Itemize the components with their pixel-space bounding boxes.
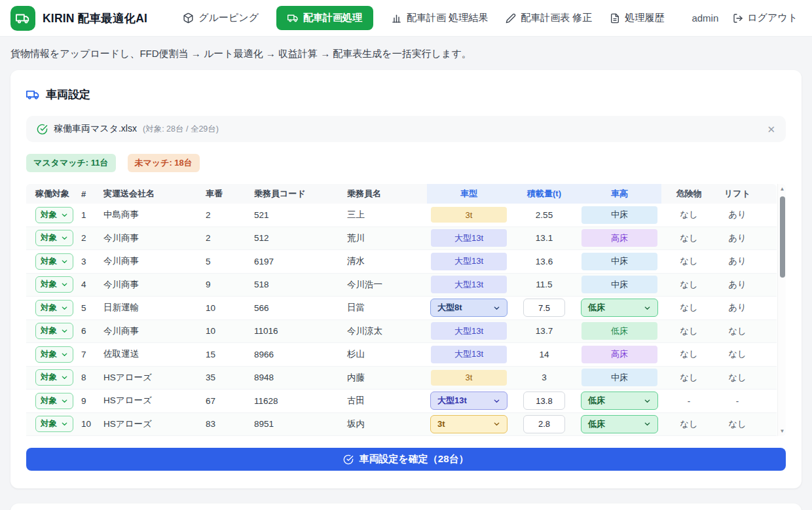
- check-circle-icon: [37, 124, 48, 135]
- main-nav: グルーピング 配車計画処理 配車計画 処理結果 配車計画表 修正 処理履歴: [183, 6, 664, 30]
- row-number: 2: [81, 233, 103, 243]
- nav-edit-label: 配車計画表 修正: [521, 12, 592, 24]
- hazard-flag: なし: [661, 232, 716, 244]
- vehicle-type-select[interactable]: 大型8t: [430, 299, 507, 317]
- vehicle-type-cell: 大型13t: [427, 346, 511, 363]
- vehicle-type-cell: 大型13t: [427, 392, 511, 410]
- capacity-input[interactable]: [523, 392, 565, 410]
- carrier-name: 日新運輸: [103, 302, 206, 314]
- vehicle-height-select[interactable]: 低床: [581, 392, 658, 410]
- bar-chart-icon: [391, 12, 402, 24]
- vehicle-type-select[interactable]: 3t: [430, 415, 507, 433]
- unmatched-badge: 未マッチ: 18台: [128, 154, 200, 172]
- truck-number: 5: [206, 257, 254, 266]
- package-icon: [183, 12, 194, 24]
- driver-code: 8948: [254, 373, 347, 382]
- carrier-name: 今川商事: [103, 232, 206, 244]
- driver-name: 日當: [347, 302, 427, 314]
- capacity-input[interactable]: [523, 415, 565, 433]
- capacity-cell: [511, 299, 578, 317]
- document-icon: [610, 13, 620, 24]
- hazard-flag: なし: [661, 279, 716, 291]
- logout-button[interactable]: ログアウト: [733, 12, 798, 24]
- vehicle-type-badge: 3t: [431, 370, 507, 386]
- column-header: 実運送会社名: [103, 184, 206, 204]
- nav-history[interactable]: 処理履歴: [610, 12, 664, 24]
- vehicle-table-header: 稼働対象#実運送会社名車番乗務員コード乗務員名車型積載量(t)車高危険物リフト: [26, 184, 777, 204]
- vehicle-height-select[interactable]: 低床: [581, 299, 658, 317]
- vehicle-height-badge: 中床: [581, 276, 657, 293]
- capacity-value: 13.1: [511, 233, 578, 243]
- column-header: 車型: [427, 184, 511, 204]
- card-title: 車両設定: [26, 87, 786, 102]
- vehicle-type-select[interactable]: 大型13t: [430, 392, 507, 410]
- truck-number: 10: [206, 326, 254, 336]
- row-number: 8: [81, 373, 103, 382]
- driver-name: 清水: [347, 255, 427, 267]
- active-target-select[interactable]: 対象: [35, 253, 73, 270]
- driver-code: 512: [254, 233, 347, 243]
- table-row: 対象4今川商事9518今川浩一大型13t11.5中床なしあり: [26, 274, 777, 297]
- nav-dispatch-plan-processing[interactable]: 配車計画処理: [276, 6, 373, 30]
- confirm-vehicle-settings-button[interactable]: 車両設定を確定（28台）: [26, 448, 786, 471]
- nav-grouping-label: グルーピング: [198, 12, 259, 24]
- nav-processing-results[interactable]: 配車計画 処理結果: [391, 12, 488, 24]
- active-target-cell: 対象: [26, 323, 81, 339]
- truck-icon: [26, 88, 40, 101]
- scrollbar-thumb[interactable]: [780, 196, 785, 278]
- vehicle-type-badge: 3t: [431, 207, 507, 223]
- column-header: 乗務員名: [347, 184, 427, 204]
- chevron-down-icon: [61, 304, 68, 312]
- uploaded-file-bar: 稼働車両マスタ.xlsx (対象: 28台 / 全29台) ✕: [26, 116, 786, 142]
- chevron-down-icon: [493, 420, 500, 428]
- app-logo-truck-icon: [10, 6, 35, 31]
- lift-flag: なし: [716, 418, 758, 430]
- chevron-down-icon: [61, 234, 68, 242]
- nav-history-label: 処理履歴: [625, 12, 664, 24]
- active-target-select[interactable]: 対象: [35, 300, 73, 316]
- truck-number: 10: [206, 303, 254, 313]
- scroll-up-icon[interactable]: ▲: [778, 186, 786, 192]
- table-row: 対象9HSアローズ6711628古田大型13t低床--: [26, 390, 777, 413]
- top-navigation-bar: KIRIN 配車最適化AI グルーピング 配車計画処理 配車計画 処理結果 配車…: [0, 0, 812, 37]
- carrier-name: 中島商事: [103, 209, 206, 221]
- active-target-select[interactable]: 対象: [35, 230, 73, 246]
- truck-number: 83: [206, 419, 254, 429]
- vehicle-table: 稼働対象#実運送会社名車番乗務員コード乗務員名車型積載量(t)車高危険物リフト …: [26, 184, 786, 436]
- close-icon[interactable]: ✕: [767, 124, 775, 134]
- driver-code: 566: [254, 303, 347, 313]
- capacity-input[interactable]: [523, 299, 565, 317]
- row-number: 7: [81, 350, 103, 359]
- vehicle-height-cell: 低床: [578, 299, 661, 317]
- vehicle-height-cell: 中床: [578, 369, 661, 386]
- vehicle-height-cell: 低床: [578, 392, 661, 410]
- hazard-flag: なし: [661, 302, 716, 314]
- file-name: 稼働車両マスタ.xlsx: [54, 123, 137, 135]
- hazard-flag: なし: [661, 255, 716, 267]
- driver-name: 杉山: [347, 348, 427, 360]
- nav-plan-edit[interactable]: 配車計画表 修正: [506, 12, 592, 24]
- scroll-down-icon[interactable]: ▼: [778, 428, 786, 434]
- vehicle-height-cell: 低床: [578, 415, 661, 433]
- active-target-select[interactable]: 対象: [35, 369, 73, 386]
- active-target-select[interactable]: 対象: [35, 323, 73, 339]
- driver-name: 古田: [347, 395, 427, 407]
- active-target-select[interactable]: 対象: [35, 346, 73, 363]
- vehicle-height-select[interactable]: 低床: [581, 415, 658, 433]
- vehicle-height-badge: 高床: [581, 229, 657, 247]
- driver-name: 内藤: [347, 372, 427, 384]
- active-target-select[interactable]: 対象: [35, 416, 73, 432]
- active-target-select[interactable]: 対象: [35, 393, 73, 409]
- active-target-select[interactable]: 対象: [35, 207, 73, 223]
- truck-number: 67: [206, 396, 254, 406]
- table-scrollbar[interactable]: ▲ ▼: [777, 184, 786, 436]
- nav-grouping[interactable]: グルーピング: [183, 12, 259, 24]
- carrier-name: 今川商事: [103, 279, 206, 291]
- table-row: 対象8HSアローズ358948内藤3t3中床なしなし: [26, 367, 777, 390]
- capacity-value: 13.7: [511, 326, 578, 336]
- active-target-select[interactable]: 対象: [35, 276, 73, 293]
- capacity-value: 13.6: [511, 257, 578, 266]
- lift-flag: あり: [716, 279, 758, 291]
- lift-flag: なし: [716, 325, 758, 337]
- hazard-flag: -: [661, 396, 716, 406]
